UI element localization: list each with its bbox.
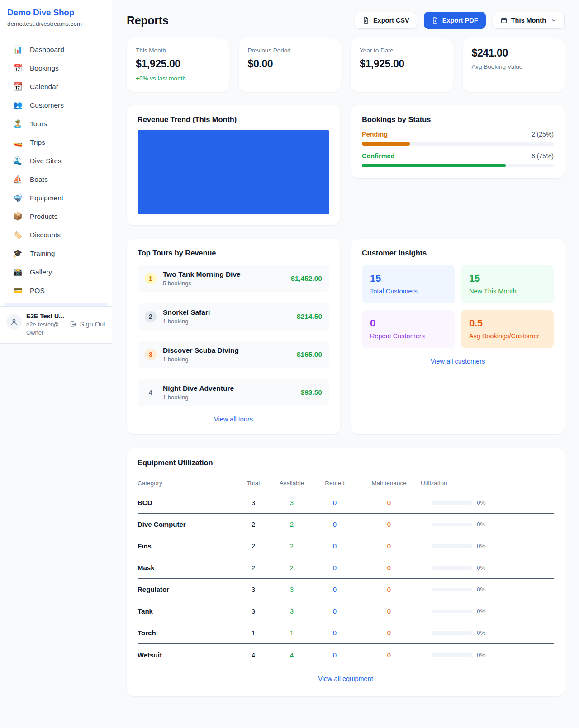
status-label: Confirmed [362,152,395,160]
utilization-track [432,544,472,548]
insight-value: 0.5 [469,317,546,329]
rank-badge: 1 [145,273,157,284]
chevron-down-icon [551,17,557,24]
brand: Demo Dive Shop demo.test.divestreams.com [0,0,112,34]
tour-info: Snorkel Safari1 booking [163,308,210,325]
tour-rows: 1Two Tank Morning Dive5 bookings$1,452.0… [138,265,329,406]
cell-maintenance: 0 [357,542,421,550]
status-row-pending: Pending2 (25%) [362,131,554,146]
view-all-customers-link[interactable]: View all customers [431,358,485,365]
utilization-track [432,566,472,570]
tour-amount: $214.50 [297,312,322,321]
sidebar-item-label: Customers [30,101,64,109]
sidebar-item-label: Discounts [30,231,61,239]
utilization-pct: 0% [477,608,486,615]
cell-total: 2 [235,542,271,550]
sidebar-item-customers[interactable]: 👥Customers [4,96,108,114]
view-all-tours-link[interactable]: View all tours [214,416,253,423]
table-row: Regulator33000% [138,579,554,600]
sidebar-item-calendar[interactable]: 📆Calendar [4,77,108,96]
sidebar-item-training[interactable]: 🎓Training [4,244,108,263]
cell-available: 2 [271,542,312,550]
revenue-trend-card: Revenue Trend (This Month) [127,105,340,225]
sidebar-item-tours[interactable]: 🏝️Tours [4,114,108,133]
sidebar-item-trips[interactable]: 🚤Trips [4,133,108,151]
sidebar-item-bookings[interactable]: 📅Bookings [4,59,108,77]
table-row: Wetsuit44000% [138,644,554,666]
sidebar-item-reports-active-partial[interactable] [4,303,108,306]
table-row: Torch11000% [138,622,554,644]
export-pdf-button[interactable]: Export PDF [424,12,486,29]
cell-category: Torch [138,629,235,637]
export-csv-button[interactable]: Export CSV [355,12,417,29]
period-dropdown[interactable]: This Month [493,12,565,29]
tour-bookings: 1 booking [163,318,210,325]
sidebar-item-equipment[interactable]: 🤿Equipment [4,189,108,207]
sidebar-item-gallery[interactable]: 📸Gallery [4,263,108,281]
sidebar-item-discounts[interactable]: 🏷️Discounts [4,226,108,244]
bookings-by-status-title: Bookings by Status [362,115,554,124]
status-count: 2 (25%) [532,131,554,138]
tour-bookings: 1 booking [163,356,239,363]
sidebar-item-boats[interactable]: ⛵Boats [4,170,108,189]
view-all-equipment-link[interactable]: View all equipment [318,675,373,682]
cell-maintenance: 0 [357,520,421,528]
status-count: 6 (75%) [532,152,554,160]
tour-name: Discover Scuba Diving [163,346,239,355]
cell-rented: 0 [312,629,357,637]
column-header-category: Category [138,480,235,487]
utilization-track [432,523,472,526]
equipment-table-header: CategoryTotalAvailableRentedMaintenanceU… [138,475,554,492]
stat-label: Year to Date [360,47,444,54]
file-download-icon [362,17,370,24]
stat-label: Avg Booking Value [472,63,556,70]
status-label: Pending [362,131,388,138]
tour-amount: $1,452.00 [291,274,322,283]
insight-tiles: 15Total Customers15New This Month0Repeat… [362,265,554,348]
insight-label: Total Customers [370,288,446,295]
cell-utilization: 0% [421,521,554,528]
tour-info: Night Dive Adventure1 booking [163,384,234,401]
cell-category: Regulator [138,586,235,593]
cell-category: BCD [138,499,235,506]
sidebar-item-label: Tours [30,120,47,128]
brand-domain: demo.test.divestreams.com [7,20,104,27]
user-role: Owner [26,329,64,336]
stat-value: $1,925.00 [360,58,444,70]
training-icon: 🎓 [13,249,23,258]
cell-available: 3 [271,499,312,506]
discounts-icon: 🏷️ [13,230,23,240]
status-progress-fill [362,164,506,167]
cell-maintenance: 0 [357,586,421,593]
column-header-maintenance: Maintenance [357,480,421,487]
sidebar-item-products[interactable]: 📦Products [4,207,108,226]
bookings-by-status-card: Bookings by Status Pending2 (25%)Confirm… [351,105,565,178]
cell-rented: 0 [312,607,357,615]
table-row: Fins22000% [138,535,554,557]
cell-total: 4 [235,651,271,659]
cell-maintenance: 0 [357,607,421,615]
calendar-icon: 📆 [13,82,23,91]
sidebar-item-dive-sites[interactable]: 🌊Dive Sites [4,151,108,170]
main-content: Reports Export CSV Export PDF This Month [112,0,579,719]
cell-rented: 0 [312,499,357,506]
cell-available: 1 [271,629,312,637]
revenue-trend-title: Revenue Trend (This Month) [138,115,329,124]
column-header-rented: Rented [312,480,357,487]
equipment-table: CategoryTotalAvailableRentedMaintenanceU… [138,475,554,666]
cell-available: 4 [271,651,312,659]
tour-row-discover-scuba-diving: 3Discover Scuba Diving1 booking$165.00 [138,341,329,368]
cell-category: Dive Computer [138,520,235,528]
sidebar-item-pos[interactable]: 💳POS [4,281,108,300]
table-row: Mask22000% [138,557,554,579]
cell-available: 3 [271,586,312,593]
sidebar-nav: 📊Dashboard📅Bookings📆Calendar👥Customers🏝️… [0,34,112,300]
table-row: BCD33000% [138,492,554,514]
column-header-total: Total [235,480,271,487]
cell-maintenance: 0 [357,499,421,506]
utilization-pct: 0% [477,564,486,571]
sign-out-button[interactable]: Sign Out [69,321,105,328]
gallery-icon: 📸 [13,267,23,277]
sidebar-item-dashboard[interactable]: 📊Dashboard [4,40,108,59]
person-icon [10,318,18,326]
